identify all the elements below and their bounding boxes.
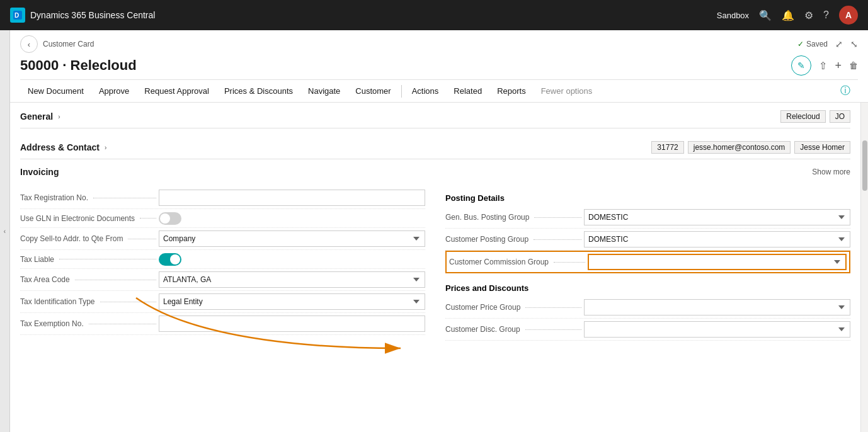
use-gln-toggle[interactable] <box>159 212 181 225</box>
toolbar-right: ✓ Saved ⤢ ⤡ <box>797 39 858 49</box>
menu-item-customer[interactable]: Customer <box>348 80 398 103</box>
posting-details-header: Posting Details <box>445 187 850 207</box>
general-badge-jo: JO <box>830 110 850 123</box>
topbar: D Dynamics 365 Business Central Sandbox … <box>0 0 868 30</box>
address-section-badges: 31772 jesse.homer@contoso.com Jesse Home… <box>651 141 850 154</box>
collapse-icon[interactable]: ⤡ <box>850 39 858 49</box>
tax-area-select[interactable]: ATLANTA, GA <box>159 271 425 288</box>
menu-item-fewer-options[interactable]: Fewer options <box>534 80 600 103</box>
back-arrow-icon: ‹ <box>28 40 30 49</box>
customer-disc-select[interactable] <box>584 321 850 338</box>
use-gln-control <box>159 212 425 225</box>
tax-area-label: Tax Area Code <box>20 275 159 284</box>
form-row-customer-posting: Customer Posting Group DOMESTIC <box>445 229 850 251</box>
open-new-window-icon[interactable]: ⤢ <box>835 39 843 49</box>
settings-icon[interactable]: ⚙ <box>804 9 813 21</box>
saved-status: ✓ Saved <box>797 40 828 48</box>
sandbox-label: Sandbox <box>717 11 749 20</box>
page-title: 50000 · Relecloud <box>20 57 137 74</box>
tax-id-type-control: Legal Entity Individual <box>159 293 425 310</box>
general-section-title: General <box>20 111 53 122</box>
check-icon: ✓ <box>797 40 804 48</box>
general-section-badges: Relecloud JO <box>780 110 850 123</box>
customer-price-control <box>584 299 850 315</box>
menu-item-actions[interactable]: Actions <box>404 80 447 103</box>
tax-liable-label: Tax Liable <box>20 255 159 264</box>
topbar-right: Sandbox 🔍 🔔 ⚙ ? A <box>717 6 858 25</box>
customer-commission-label: Customer Commission Group <box>449 258 588 266</box>
section-general[interactable]: General › Relecloud JO <box>20 103 850 128</box>
help-icon[interactable]: ? <box>823 9 829 21</box>
address-chevron-icon: › <box>105 144 106 151</box>
menu-item-reports[interactable]: Reports <box>489 80 534 103</box>
menu-item-navigate[interactable]: Navigate <box>300 80 348 103</box>
address-badge-email: jesse.homer@contoso.com <box>688 141 791 154</box>
customer-posting-control: DOMESTIC <box>584 231 850 247</box>
menu-separator <box>401 85 402 98</box>
tax-area-control: ATLANTA, GA <box>159 271 425 288</box>
sidebar-chevron-icon: ‹ <box>4 228 6 235</box>
tax-reg-label: Tax Registration No. <box>20 193 159 202</box>
form-row-use-gln: Use GLN in Electronic Documents <box>20 209 425 228</box>
copy-sell-select[interactable]: Company Sell-to Address <box>159 230 425 247</box>
title-row: 50000 · Relecloud ✎ ⇧ + 🗑 <box>20 55 858 76</box>
menu-item-prices-discounts[interactable]: Prices & Discounts <box>217 80 300 103</box>
tax-id-type-select[interactable]: Legal Entity Individual <box>159 293 425 310</box>
menu-item-new-document[interactable]: New Document <box>20 80 91 103</box>
customer-price-label: Customer Price Group <box>445 303 584 312</box>
topbar-logo: D Dynamics 365 Business Central <box>10 8 155 23</box>
section-address-contact[interactable]: Address & Contact › 31772 jesse.homer@co… <box>20 134 850 159</box>
gen-bus-select[interactable]: DOMESTIC <box>584 209 850 225</box>
page-scrollbar[interactable] <box>860 103 868 432</box>
page-header: ‹ Customer Card ✓ Saved ⤢ ⤡ 50000 · Rele… <box>10 30 868 103</box>
invoicing-right-column: Posting Details Gen. Bus. Posting Group … <box>445 187 850 341</box>
address-section-title: Address & Contact <box>20 142 100 152</box>
menu-item-related[interactable]: Related <box>446 80 489 103</box>
show-more-link[interactable]: Show more <box>812 168 850 176</box>
customer-posting-select[interactable]: DOMESTIC <box>584 231 850 247</box>
back-button[interactable]: ‹ <box>20 35 38 53</box>
tax-liable-toggle[interactable] <box>159 253 181 266</box>
sections-area: General › Relecloud JO Address & Contact… <box>10 103 860 432</box>
general-badge-relecloud: Relecloud <box>780 110 825 123</box>
section-address-title-row: Address & Contact › <box>20 142 106 152</box>
invoicing-left-column: Tax Registration No. Use GLN i <box>20 187 425 341</box>
invoicing-section-title: Invoicing <box>20 167 59 177</box>
customer-commission-select[interactable] <box>588 254 847 270</box>
customer-price-select[interactable] <box>584 299 850 315</box>
gen-bus-label: Gen. Bus. Posting Group <box>445 213 584 222</box>
invoicing-section-header[interactable]: Invoicing Show more <box>20 159 850 182</box>
form-row-tax-id-type: Tax Identification Type Legal Entity Ind… <box>20 291 425 313</box>
address-badge-name: Jesse Homer <box>794 141 850 154</box>
sidebar-toggle[interactable]: ‹ <box>0 30 10 432</box>
copy-sell-control: Company Sell-to Address <box>159 230 425 247</box>
page-container: ‹ Customer Card ✓ Saved ⤢ ⤡ 50000 · Rele… <box>10 30 868 432</box>
form-row-customer-disc: Customer Disc. Group <box>445 319 850 341</box>
form-row-gen-bus: Gen. Bus. Posting Group DOMESTIC <box>445 207 850 229</box>
tax-exemption-input[interactable] <box>159 315 425 332</box>
user-avatar[interactable]: A <box>839 6 858 25</box>
customer-disc-control <box>584 321 850 338</box>
info-icon[interactable]: ⓘ <box>833 84 858 98</box>
use-gln-label: Use GLN in Electronic Documents <box>20 214 159 223</box>
notification-icon[interactable]: 🔔 <box>782 9 794 21</box>
scrollbar-thumb <box>862 140 867 191</box>
menubar: New Document Approve Request Approval Pr… <box>20 79 858 102</box>
customer-commission-control <box>588 254 847 270</box>
edit-button[interactable]: ✎ <box>791 55 811 76</box>
form-row-customer-commission: Customer Commission Group <box>445 251 850 273</box>
saved-label-text: Saved <box>806 40 828 48</box>
search-icon[interactable]: 🔍 <box>759 9 772 21</box>
tax-reg-input[interactable] <box>159 190 425 206</box>
form-row-tax-liable: Tax Liable <box>20 250 425 269</box>
invoicing-form: Tax Registration No. Use GLN i <box>20 182 850 341</box>
share-button[interactable]: ⇧ <box>819 60 827 72</box>
general-divider <box>20 128 850 128</box>
delete-button[interactable]: 🗑 <box>849 60 858 71</box>
form-row-tax-area: Tax Area Code ATLANTA, GA <box>20 269 425 291</box>
form-row-customer-price: Customer Price Group <box>445 297 850 319</box>
form-row-tax-exemption: Tax Exemption No. <box>20 313 425 335</box>
menu-item-request-approval[interactable]: Request Approval <box>137 80 217 103</box>
add-button[interactable]: + <box>835 59 842 72</box>
menu-item-approve[interactable]: Approve <box>91 80 137 103</box>
